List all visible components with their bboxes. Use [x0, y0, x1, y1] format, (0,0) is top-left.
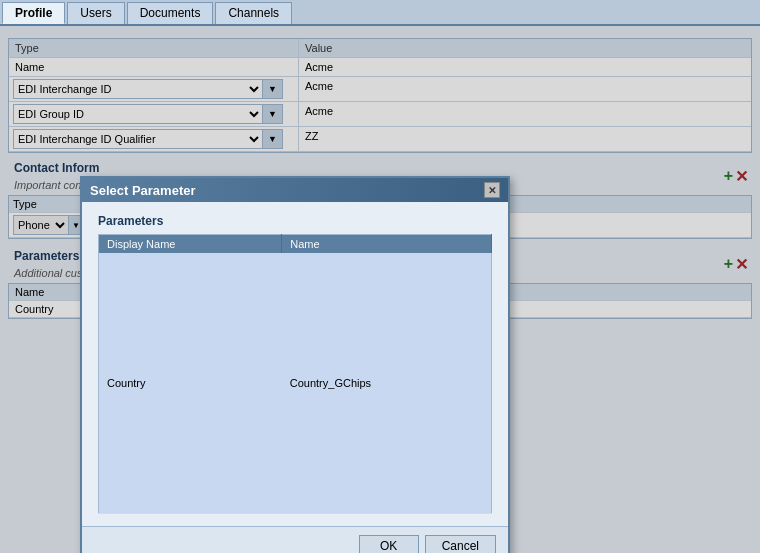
modal-title: Select Parameter	[90, 183, 196, 198]
tab-users[interactable]: Users	[67, 2, 124, 24]
modal-footer: OK Cancel	[82, 526, 508, 553]
page-wrapper: Profile Users Documents Channels Type Va…	[0, 0, 760, 553]
modal-col-display-name: Display Name	[99, 235, 282, 254]
modal-titlebar: Select Parameter ✕	[82, 178, 508, 202]
modal-parameters-table: Display Name Name Country Country_GChips	[98, 234, 492, 514]
main-content: Type Value Name Acme EDI Interchange ID …	[0, 26, 760, 553]
tab-channels[interactable]: Channels	[215, 2, 292, 24]
modal-params-label: Parameters	[98, 214, 492, 228]
modal-row-name: Country_GChips	[282, 253, 492, 514]
modal-body: Parameters Display Name Name Country Cou…	[82, 202, 508, 526]
modal-overlay: Select Parameter ✕ Parameters Display Na…	[0, 26, 760, 553]
modal-cancel-btn[interactable]: Cancel	[425, 535, 496, 553]
tab-bar: Profile Users Documents Channels	[0, 0, 760, 26]
tab-profile[interactable]: Profile	[2, 2, 65, 24]
modal-col-name: Name	[282, 235, 492, 254]
modal-close-btn[interactable]: ✕	[484, 182, 500, 198]
modal-table-row[interactable]: Country Country_GChips	[99, 253, 492, 514]
modal-row-display-name: Country	[99, 253, 282, 514]
tab-documents[interactable]: Documents	[127, 2, 214, 24]
modal-ok-btn[interactable]: OK	[359, 535, 419, 553]
select-parameter-dialog: Select Parameter ✕ Parameters Display Na…	[80, 176, 510, 553]
